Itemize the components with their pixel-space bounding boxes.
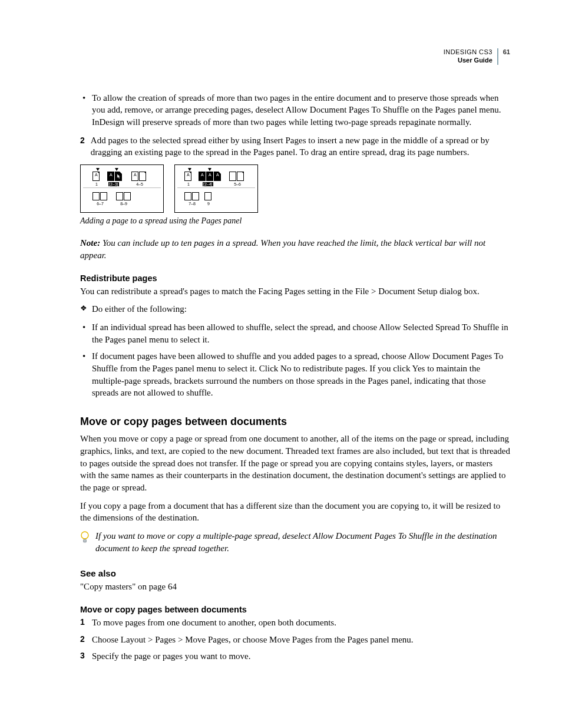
page-number: 61 xyxy=(498,48,510,65)
step-item: 2Choose Layout > Pages > Move Pages, or … xyxy=(80,634,510,646)
svg-point-0 xyxy=(81,532,88,539)
note-body: You can include up to ten pages in a spr… xyxy=(80,238,485,260)
lightbulb-icon xyxy=(80,531,90,544)
see-also-heading: See also xyxy=(80,568,510,578)
running-header: INDESIGN CS3 User Guide 61 xyxy=(80,48,510,65)
bullet-list: If an individual spread has been allowed… xyxy=(80,321,510,399)
numbered-step: 2 Add pages to the selected spread eithe… xyxy=(80,134,510,159)
pages-panel-before: A 1 A [2–3] A 4–5 6–7 8–9 xyxy=(80,164,164,213)
paragraph: When you move or copy a page or spread f… xyxy=(80,433,510,493)
lead-item: Do either of the following: xyxy=(80,303,510,315)
bullet-item: If an individual spread has been allowed… xyxy=(80,321,510,345)
tip-text: If you want to move or copy a multiple-p… xyxy=(95,530,510,554)
figure-caption: Adding a page to a spread using the Page… xyxy=(80,215,510,226)
paragraph: If you copy a page from a document that … xyxy=(80,500,510,524)
subheading-redistribute: Redistribute pages xyxy=(80,274,510,283)
step-number: 2 xyxy=(80,134,85,159)
see-also-link[interactable]: "Copy masters" on page 64 xyxy=(80,581,510,593)
paragraph: You can redistribute a spread's pages to… xyxy=(80,285,510,298)
subheading-move-steps: Move or copy pages between documents xyxy=(80,605,510,614)
step-text: Add pages to the selected spread either … xyxy=(91,134,510,159)
bullet-item: To allow the creation of spreads of more… xyxy=(80,92,510,129)
pages-panel-after: A 1 A A A [2–4] 5–6 7–8 9 xyxy=(174,164,258,213)
tip: If you want to move or copy a multiple-p… xyxy=(80,530,510,554)
svg-rect-1 xyxy=(84,539,87,542)
bullet-item: If document pages have been allowed to s… xyxy=(80,350,510,399)
page: INDESIGN CS3 User Guide 61 To allow the … xyxy=(0,0,562,704)
section-heading-move: Move or copy pages between documents xyxy=(80,416,510,428)
doc-title: User Guide xyxy=(444,57,492,65)
step-item: 3Specify the page or pages you want to m… xyxy=(80,650,510,663)
bullet-list: To allow the creation of spreads of more… xyxy=(80,92,510,129)
lead-list: Do either of the following: xyxy=(80,303,510,315)
note-label: Note: xyxy=(80,238,100,248)
note: Note: You can include up to ten pages in… xyxy=(80,237,510,261)
numbered-list: 1To move pages from one document to anot… xyxy=(80,617,510,663)
figure: A 1 A [2–3] A 4–5 6–7 8–9 A 1 A A A [2– xyxy=(80,164,510,213)
step-item: 1To move pages from one document to anot… xyxy=(80,617,510,629)
product-name: INDESIGN CS3 xyxy=(444,48,492,57)
